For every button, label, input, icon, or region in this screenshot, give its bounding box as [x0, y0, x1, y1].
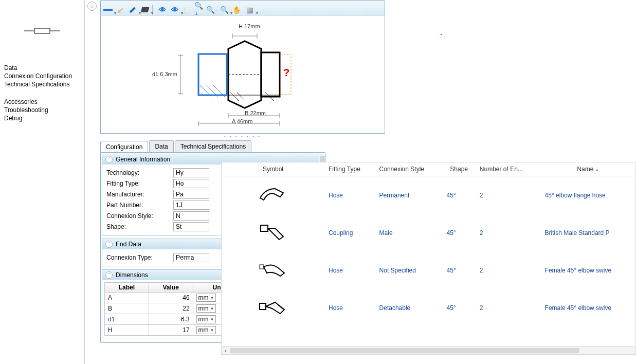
measure-tool-icon[interactable] [103, 5, 113, 15]
cell-connexion-style: Detachable [375, 289, 443, 326]
col-shape[interactable]: Shape [443, 162, 476, 176]
svg-rect-27 [261, 225, 268, 231]
label-manufacturer: Manufacturer: [106, 191, 173, 198]
sidebar-item-troubleshooting[interactable]: Troubleshooting [3, 106, 81, 114]
svg-rect-1 [34, 28, 50, 33]
cell-connexion-style: Permanent [375, 176, 443, 214]
tab-tech-specs[interactable]: Technical Specifications [175, 140, 251, 152]
dim-label-h: H 17mm [239, 23, 260, 29]
chevron-up-icon: ˄ [105, 156, 113, 163]
label-connexion-type: Connexion Type: [106, 254, 173, 261]
cell-symbol [222, 176, 324, 214]
svg-line-12 [237, 93, 245, 101]
cell-number-of-ends: 2 [476, 214, 541, 251]
svg-line-30 [278, 305, 283, 310]
value-manufacturer[interactable]: Pa [173, 190, 209, 199]
show-all-icon[interactable]: 👁 [157, 5, 168, 15]
results-row[interactable]: HosePermanent45°245° elbow flange hose [222, 176, 635, 214]
results-row[interactable]: HoseNot Specified45°2Female 45° elbow sw… [222, 251, 635, 289]
results-header-row: Symbol Fitting Type Connexion Style Shap… [222, 162, 635, 176]
cell-value[interactable]: 22 [149, 303, 193, 314]
label-part-number: Part Number: [106, 202, 173, 209]
col-number-of-ends[interactable]: Number of En... [476, 162, 541, 176]
cell-name: Female 45° elbow swive [541, 251, 635, 289]
dimension-tool-icon[interactable]: ↙ [115, 5, 125, 15]
cell-label: A [105, 293, 149, 303]
dim-label-b: B 22mm [245, 110, 266, 116]
value-technology[interactable]: Hy [173, 168, 209, 177]
value-shape[interactable]: St [173, 222, 209, 231]
cell-value[interactable]: 17 [149, 325, 193, 336]
dim-label-a: A 46mm [232, 118, 252, 124]
cell-shape: 45° [443, 214, 476, 251]
label-technology: Technology: [106, 169, 173, 176]
cell-symbol [222, 214, 324, 251]
cell-symbol [222, 251, 324, 289]
results-grid: Symbol Fitting Type Connexion Style Shap… [221, 162, 636, 355]
cell-fitting-type: Hose [324, 251, 375, 289]
scroll-left-icon[interactable]: ‹ [222, 347, 230, 355]
tab-configuration[interactable]: Configuration [100, 141, 148, 153]
svg-rect-28 [260, 265, 264, 269]
unknown-marker: ? [283, 67, 289, 79]
cell-fitting-type: Coupling [324, 214, 375, 251]
col-symbol[interactable]: Symbol [222, 162, 324, 176]
sidebar-item-tech-specs[interactable]: Technical Specifications [3, 80, 81, 88]
cell-connexion-style: Not Specified [375, 251, 443, 289]
cell-connexion-style: Male [375, 214, 443, 251]
value-fitting-type[interactable]: Ho [173, 179, 209, 188]
results-row[interactable]: HoseDetachable45°2Female 45° elbow swive [222, 289, 635, 326]
cell-name: 45° elbow flange hose [541, 176, 635, 214]
eraser-tool-icon[interactable] [140, 5, 150, 15]
col-fitting-type[interactable]: Fitting Type [324, 162, 375, 176]
cell-name: Female 45° elbow swive [541, 289, 635, 326]
label-fitting-type: Fitting Type: [106, 180, 173, 187]
cell-fitting-type: Hose [324, 289, 375, 326]
svg-line-11 [230, 93, 239, 101]
results-row[interactable]: CouplingMale45°2British Male Standard P [222, 214, 635, 251]
svg-rect-3 [198, 54, 227, 95]
tab-data[interactable]: Data [149, 140, 173, 152]
col-connexion-style[interactable]: Connexion Style [375, 162, 443, 176]
value-connexion-style[interactable]: N [173, 211, 209, 221]
zoom-out-icon[interactable]: 🔍- [207, 5, 217, 15]
marker-dot [441, 34, 442, 35]
drawing-toolbar: ↙ 👁 👁 ⬚ 🔍+ 🔍- 🔍 ✋ ▦ [100, 0, 385, 15]
svg-rect-9 [261, 52, 280, 97]
sidebar-item-data[interactable]: Data [3, 64, 81, 72]
sidebar-nav-group-2: Accessories Troubleshooting Debug [0, 96, 84, 124]
zoom-window-icon[interactable]: ⬚ [182, 5, 192, 15]
collapse-sidebar-button[interactable]: › [87, 2, 97, 11]
cell-value[interactable]: 6.3 [149, 314, 193, 325]
col-name[interactable]: Name [541, 162, 635, 176]
cell-label: B [105, 303, 149, 314]
pan-tool-icon[interactable]: ✋ [231, 5, 242, 15]
fitting-drawing [101, 15, 386, 134]
cell-name: British Male Standard P [541, 214, 635, 251]
sidebar-item-debug[interactable]: Debug [3, 114, 81, 122]
cell-value[interactable]: 46 [149, 293, 193, 303]
grid-toggle-icon[interactable]: ▦ [244, 5, 254, 15]
sidebar-item-accessories[interactable]: Accessories [3, 98, 81, 106]
label-shape: Shape: [106, 223, 173, 230]
zoom-dropdown-icon[interactable]: 🔍 [219, 5, 229, 15]
cell-label: d1 [105, 314, 149, 325]
dim-label-d1: d1 6.3mm [152, 71, 177, 77]
sidebar-item-connexion-config[interactable]: Connexion Configuration [3, 72, 81, 80]
results-hscrollbar[interactable]: ‹ [222, 346, 635, 354]
drawing-canvas[interactable]: H 17mm d1 6.3mm B 22mm A 46mm ? [100, 15, 385, 134]
value-connexion-type[interactable]: Perma [173, 253, 209, 262]
resize-grip-icon[interactable]: • • • • • • • [100, 134, 385, 138]
sidebar-symbol-preview [0, 0, 84, 62]
visibility-dropdown-icon[interactable]: 👁 [170, 5, 180, 15]
cell-symbol [222, 289, 324, 326]
cell-number-of-ends: 2 [476, 289, 541, 326]
pencil-tool-icon[interactable] [128, 5, 138, 15]
zoom-in-icon[interactable]: 🔍+ [194, 5, 205, 15]
scroll-thumb[interactable] [230, 348, 579, 353]
panel-title: General Information [116, 156, 170, 163]
value-part-number[interactable]: 1J [173, 201, 209, 210]
col-label[interactable]: Label [105, 283, 149, 293]
col-value[interactable]: Value [149, 283, 193, 293]
cell-fitting-type: Hose [324, 176, 375, 214]
